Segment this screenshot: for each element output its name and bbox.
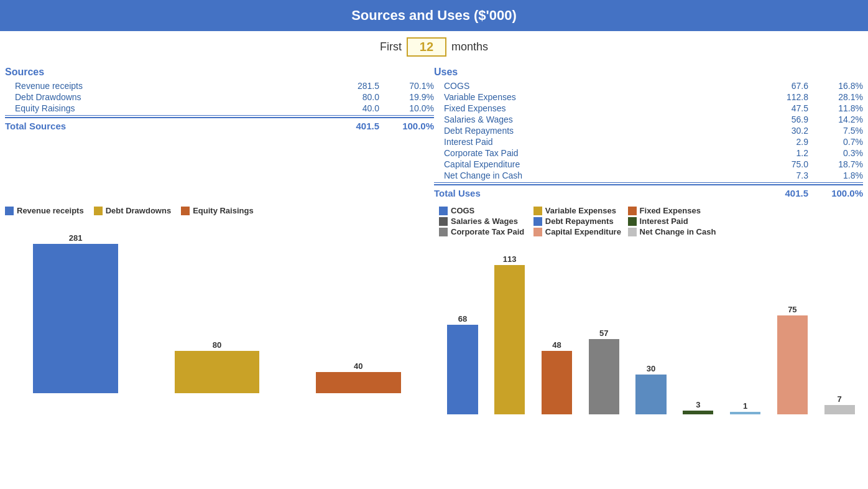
row-value: 2.9 bbox=[764, 137, 813, 147]
legend-color-box bbox=[439, 228, 448, 236]
page-title: Sources and Uses ($'000) bbox=[0, 0, 868, 31]
legend-color-box bbox=[533, 207, 542, 215]
row-label: COGS bbox=[434, 81, 764, 91]
uses-title: Uses bbox=[434, 65, 863, 80]
row-label: Interest Paid bbox=[434, 137, 764, 147]
bar-group: 48 bbox=[533, 240, 581, 414]
bar bbox=[777, 315, 808, 414]
row-pct: 11.8% bbox=[813, 103, 863, 113]
legend-item: Debt Drawdowns bbox=[94, 206, 171, 215]
row-value: 112.8 bbox=[764, 92, 813, 102]
legend-label: Revenue receipts bbox=[17, 206, 84, 215]
bar-label-top: 3 bbox=[696, 400, 700, 409]
legend-item: Revenue receipts bbox=[5, 206, 84, 215]
uses-total-value: 401.5 bbox=[764, 188, 813, 198]
bar-label-top: 75 bbox=[788, 305, 796, 314]
bar-group: 3 bbox=[675, 240, 722, 414]
bar bbox=[175, 351, 259, 393]
row-pct: 1.8% bbox=[813, 170, 863, 180]
list-item: Fixed Expenses 47.5 11.8% bbox=[434, 103, 863, 114]
legend-label: Variable Expenses bbox=[545, 206, 616, 215]
bar-group: 80 bbox=[146, 219, 287, 393]
bar-group: 75 bbox=[769, 240, 816, 414]
row-value: 80.0 bbox=[335, 92, 384, 102]
row-pct: 10.0% bbox=[384, 103, 434, 113]
row-value: 1.2 bbox=[764, 148, 813, 158]
bar bbox=[635, 375, 666, 414]
months-input[interactable] bbox=[407, 37, 446, 57]
legend-color-box bbox=[5, 207, 14, 215]
bar-label-top: 113 bbox=[503, 254, 517, 264]
sources-total-value: 401.5 bbox=[335, 121, 384, 131]
row-value: 40.0 bbox=[335, 103, 384, 113]
row-label: Equity Raisings bbox=[5, 103, 335, 113]
row-value: 75.0 bbox=[764, 159, 813, 169]
row-value: 47.5 bbox=[764, 103, 813, 113]
bar-group: 1 bbox=[722, 240, 769, 414]
bar bbox=[589, 339, 619, 414]
legend-label: Interest Paid bbox=[640, 217, 688, 226]
bar-group: 7 bbox=[816, 240, 863, 414]
right-chart-legend: COGS Variable Expenses Fixed Expenses Sa… bbox=[439, 206, 716, 236]
bar bbox=[316, 372, 400, 393]
right-bar-chart: 68 113 48 57 30 3 1 75 7 bbox=[439, 240, 863, 414]
legend-label: Debt Drawdowns bbox=[106, 206, 171, 215]
list-item: Revenue receipts 281.5 70.1% bbox=[5, 80, 434, 91]
legend-item: Corporate Tax Paid bbox=[439, 227, 527, 236]
legend-color-box bbox=[181, 207, 190, 215]
right-chart: COGS Variable Expenses Fixed Expenses Sa… bbox=[434, 206, 868, 414]
legend-item: Equity Raisings bbox=[181, 206, 254, 215]
bar-label-top: 80 bbox=[213, 340, 221, 350]
bar-group: 40 bbox=[288, 219, 429, 393]
row-pct: 19.9% bbox=[384, 92, 434, 102]
bar bbox=[824, 405, 855, 414]
legend-color-box bbox=[533, 217, 542, 226]
bar-label-top: 57 bbox=[599, 328, 608, 338]
row-pct: 7.5% bbox=[813, 126, 863, 136]
bar-group: 68 bbox=[439, 240, 486, 414]
bar-group: 113 bbox=[486, 240, 533, 414]
months-post-label: months bbox=[451, 40, 488, 54]
row-label: Corporate Tax Paid bbox=[434, 148, 764, 158]
bar bbox=[730, 412, 760, 414]
uses-rows: COGS 67.6 16.8%Variable Expenses 112.8 2… bbox=[434, 80, 863, 181]
left-bar-chart: 281 80 40 bbox=[5, 219, 429, 393]
bar-label-top: 281 bbox=[69, 233, 83, 243]
legend-color-box bbox=[628, 228, 637, 236]
bar-label-top: 68 bbox=[458, 314, 467, 324]
legend-label: Salaries & Wages bbox=[451, 217, 518, 226]
legend-item: COGS bbox=[439, 206, 527, 215]
list-item: Net Change in Cash 7.3 1.8% bbox=[434, 170, 863, 181]
row-value: 281.5 bbox=[335, 81, 384, 91]
list-item: Corporate Tax Paid 1.2 0.3% bbox=[434, 147, 863, 159]
legend-color-box bbox=[533, 228, 542, 236]
legend-item: Capital Expenditure bbox=[533, 227, 622, 236]
bar-label-top: 30 bbox=[647, 364, 655, 373]
row-label: Debt Repayments bbox=[434, 126, 764, 136]
uses-total-label: Total Uses bbox=[434, 188, 764, 198]
months-pre-label: First bbox=[380, 40, 402, 54]
legend-item: Variable Expenses bbox=[533, 206, 622, 215]
bar-group: 281 bbox=[5, 219, 146, 393]
legend-label: Equity Raisings bbox=[193, 206, 254, 215]
legend-item: Net Change in Cash bbox=[628, 227, 716, 236]
legend-label: COGS bbox=[451, 206, 474, 215]
list-item: Variable Expenses 112.8 28.1% bbox=[434, 91, 863, 103]
list-item: Debt Drawdowns 80.0 19.9% bbox=[5, 91, 434, 103]
bar-group: 57 bbox=[580, 240, 627, 414]
list-item: Capital Expenditure 75.0 18.7% bbox=[434, 159, 863, 170]
bar bbox=[494, 265, 525, 414]
sources-total-row: Total Sources 401.5 100.0% bbox=[5, 117, 434, 133]
months-row: First months bbox=[0, 31, 868, 65]
sources-table: Sources Revenue receipts 281.5 70.1%Debt… bbox=[5, 65, 434, 200]
uses-total-row: Total Uses 401.5 100.0% bbox=[434, 184, 863, 200]
bar-label-top: 7 bbox=[838, 394, 842, 404]
list-item: Equity Raisings 40.0 10.0% bbox=[5, 103, 434, 114]
legend-color-box bbox=[628, 217, 637, 226]
list-item: Debt Repayments 30.2 7.5% bbox=[434, 125, 863, 136]
row-label: Variable Expenses bbox=[434, 92, 764, 102]
list-item: Salaries & Wages 56.9 14.2% bbox=[434, 114, 863, 125]
left-chart: Revenue receipts Debt Drawdowns Equity R… bbox=[0, 206, 434, 414]
row-value: 67.6 bbox=[764, 81, 813, 91]
row-pct: 16.8% bbox=[813, 81, 863, 91]
